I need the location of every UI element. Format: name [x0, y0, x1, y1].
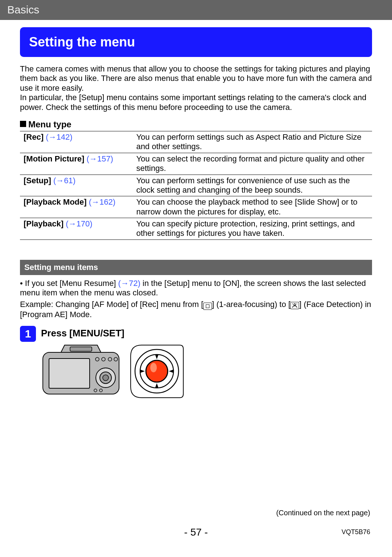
svg-point-1 — [292, 303, 293, 304]
page-ref-link[interactable]: (→61) — [53, 176, 75, 185]
example-line: Example: Changing [AF Mode] of [Rec] men… — [20, 300, 372, 319]
example-text: Example: Changing [AF Mode] of [Rec] men… — [20, 300, 203, 309]
svg-point-2 — [297, 303, 297, 304]
menu-name: [Setup] — [24, 176, 53, 185]
menu-name: [Playback Mode] — [24, 197, 89, 206]
camera-illustration — [41, 343, 372, 400]
page-content: Setting the menu The camera comes with m… — [0, 27, 392, 400]
camera-back-icon — [41, 343, 121, 400]
page-number: - 57 - — [0, 527, 392, 538]
menu-type-label: Menu type — [28, 119, 72, 129]
bullet-text: • If you set [Menu Resume] — [20, 279, 118, 288]
table-row: [Setup] (→61) You can perform settings f… — [20, 175, 372, 196]
setting-menu-items-heading: Setting menu items — [20, 260, 372, 275]
example-text: ] (1-area-focusing) to [ — [212, 300, 290, 309]
page-ref-link[interactable]: (→72) — [118, 279, 140, 288]
menu-type-table: [Rec] (→142) You can perform settings su… — [20, 131, 372, 240]
menu-name: [Rec] — [24, 132, 46, 142]
menu-desc: You can choose the playback method to se… — [132, 196, 372, 218]
page-title: Setting the menu — [20, 27, 372, 57]
menu-desc: You can perform settings for convenience… — [132, 175, 372, 196]
header-title: Basics — [7, 4, 39, 16]
menu-set-button-icon — [129, 343, 185, 400]
intro-paragraph-1: The camera comes with menus that allow y… — [20, 64, 372, 93]
step-1: 1 Press [MENU/SET] — [20, 326, 372, 400]
face-detection-icon — [290, 302, 299, 309]
menu-desc: You can select the recording format and … — [132, 153, 372, 175]
page-ref-link[interactable]: (→142) — [46, 132, 72, 142]
menu-desc: You can perform settings such as Aspect … — [132, 131, 372, 153]
menu-desc: You can specify picture protection, resi… — [132, 218, 372, 240]
table-row: [Rec] (→142) You can perform settings su… — [20, 131, 372, 153]
table-row: [Playback] (→170) You can specify pictur… — [20, 218, 372, 240]
svg-point-17 — [146, 360, 168, 382]
svg-point-8 — [103, 375, 109, 381]
svg-rect-5 — [49, 359, 90, 388]
intro-paragraph-2: In particular, the [Setup] menu contains… — [20, 93, 372, 112]
document-id: VQT5B76 — [342, 528, 370, 536]
table-row: [Playback Mode] (→162) You can choose th… — [20, 196, 372, 218]
menu-name: [Motion Picture] — [24, 154, 87, 163]
continued-note: (Continued on the next page) — [276, 509, 370, 517]
svg-point-18 — [150, 363, 157, 372]
page-ref-link[interactable]: (→162) — [89, 197, 115, 206]
header: Basics — [0, 0, 392, 20]
menu-name: [Playback] — [24, 219, 66, 228]
one-area-focusing-icon — [203, 303, 212, 310]
step-title: Press [MENU/SET] — [41, 328, 372, 339]
svg-rect-4 — [70, 347, 92, 351]
menu-type-heading: Menu type — [20, 119, 372, 130]
svg-point-0 — [294, 304, 296, 306]
page-ref-link[interactable]: (→170) — [66, 219, 92, 228]
step-number-badge: 1 — [20, 326, 36, 342]
square-bullet-icon — [20, 121, 26, 127]
menu-resume-bullet: • If you set [Menu Resume] (→72) in the … — [20, 279, 372, 298]
table-row: [Motion Picture] (→157) You can select t… — [20, 153, 372, 175]
page-ref-link[interactable]: (→157) — [87, 154, 113, 163]
